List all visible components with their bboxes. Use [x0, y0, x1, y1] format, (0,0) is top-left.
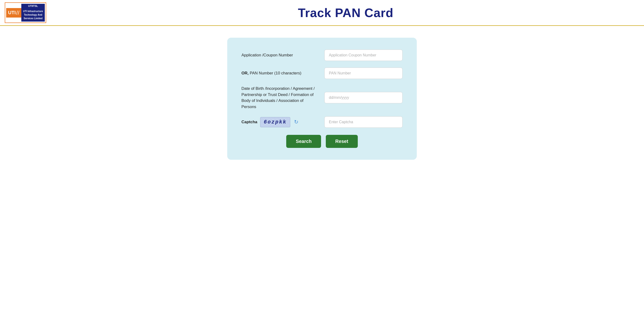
dob-row: Date of Birth /Incorporation / Agreement… [242, 86, 402, 110]
application-coupon-row: Application /Coupon Number [242, 50, 402, 61]
captcha-image: 6ozpkk [260, 117, 290, 127]
page-title-area: Track PAN Card [52, 6, 639, 20]
utiitsl-label: UTIITSL [21, 4, 45, 8]
reset-button[interactable]: Reset [326, 135, 358, 148]
company-name: UTI Infrastructure Technology And Servic… [21, 8, 45, 22]
logo-full-text: UTIITSL UTI Infrastructure Technology An… [21, 4, 45, 22]
captcha-label-group: Captcha 6ozpkk ↻ [242, 117, 317, 127]
form-card: Application /Coupon Number OR, PAN Numbe… [227, 38, 417, 160]
application-coupon-input[interactable] [324, 50, 402, 61]
uti-text: uti [8, 10, 16, 16]
pan-number-label: OR, PAN Number (10 characters) [242, 70, 317, 76]
pan-number-row: OR, PAN Number (10 characters) [242, 68, 402, 79]
company-name-line2: Technology And [23, 13, 43, 16]
pan-number-input[interactable] [324, 68, 402, 79]
captcha-row: Captcha 6ozpkk ↻ [242, 116, 402, 128]
logo-box: uti // UTIITSL UTI Infrastructure Techno… [5, 2, 46, 23]
captcha-refresh-button[interactable]: ↻ [293, 118, 299, 126]
button-row: Search Reset [242, 135, 402, 148]
application-coupon-label: Application /Coupon Number [242, 52, 317, 58]
logo-container: uti // UTIITSL UTI Infrastructure Techno… [5, 2, 52, 23]
pan-label-suffix: PAN Number (10 characters) [248, 71, 302, 75]
main-content: Application /Coupon Number OR, PAN Numbe… [0, 26, 644, 172]
page-header: uti // UTIITSL UTI Infrastructure Techno… [0, 0, 644, 26]
company-name-line3: Services Limited [23, 16, 43, 20]
dob-input[interactable] [324, 92, 402, 103]
captcha-input[interactable] [324, 116, 402, 128]
captcha-label: Captcha [242, 120, 257, 124]
dob-label: Date of Birth /Incorporation / Agreement… [242, 86, 317, 110]
or-text: OR, [242, 71, 248, 75]
search-button[interactable]: Search [286, 135, 321, 148]
logo-slash-icon: // [16, 10, 19, 16]
page-title: Track PAN Card [52, 6, 639, 20]
logo-uti: uti // [6, 8, 21, 18]
company-name-line1: UTI Infrastructure [23, 10, 43, 13]
